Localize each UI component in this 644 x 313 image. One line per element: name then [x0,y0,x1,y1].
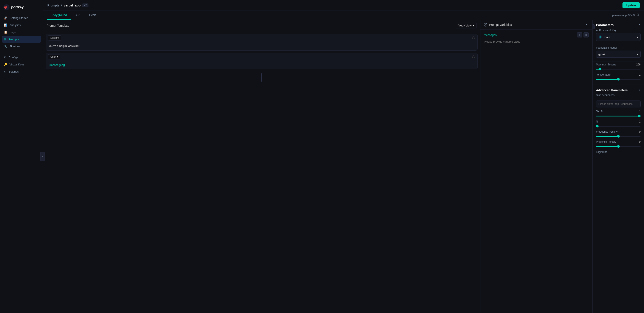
temperature-label: Temperature [596,73,610,76]
copy-icon[interactable] [637,14,640,17]
chevron-down-icon: ▾ [473,24,474,27]
sidebar-navigation: 🚀 Getting Started 📊 Analytics 📋 Logs ⊞ P… [0,15,43,75]
variables-header: Prompt Variables ∧ [480,20,592,30]
nav-label-configs: Configs [8,56,18,59]
sidebar-item-getting-started[interactable]: 🚀 Getting Started [2,15,41,21]
system-message-content: You're a helpful assistant. [46,42,478,50]
presence-penalty-label-row: Presence Penalty 0 [596,140,640,143]
key-icon: 🔑 [4,63,7,66]
sidebar-item-prompts[interactable]: ⊞ Prompts [2,36,41,42]
user-role-label: User [50,55,56,58]
nav-label-finetune: Finetune [10,45,20,48]
user-role-button[interactable]: User ▾ [48,54,60,60]
prompt-id-text: pp-vercel-app-f36a02 [611,14,636,17]
svg-point-5 [472,36,475,39]
resize-handle[interactable] [261,73,262,82]
top-p-label-row: Top P 1 [596,110,640,113]
tab-evals[interactable]: Evals [84,11,100,20]
prompt-template-body: System You're a helpful assistant. [43,31,480,313]
ai-provider-select[interactable]: main ▾ [596,33,640,41]
sidebar-collapse-btn[interactable]: ‹ [40,152,45,161]
tab-playground[interactable]: Playground [47,11,71,20]
settings-icon: ⚙ [4,70,6,73]
topbar-left: Prompts / vercel_app v2 [47,4,88,7]
version-badge: v2 [82,4,88,7]
n-section: N 1 [592,120,644,130]
svg-point-9 [600,36,601,38]
variable-text-icon-btn[interactable]: T [577,32,582,38]
frequency-penalty-section: Frequency Penalty 0 [592,130,644,140]
stop-sequences-section: Stop sequences [592,94,644,100]
max-tokens-section: Maximum Tokens 256 [592,63,644,73]
nav-label-getting-started: Getting Started [10,16,28,20]
parameters-panel-toggle[interactable]: › [592,24,595,29]
top-p-value: 1 [639,110,640,113]
stop-sequences-input[interactable] [596,100,640,108]
system-message-close[interactable] [472,36,475,40]
analytics-icon: 📊 [4,24,7,27]
frequency-penalty-slider[interactable] [596,136,640,137]
variables-collapse-button[interactable]: ∧ [584,22,589,27]
presence-penalty-slider[interactable] [596,146,640,147]
ai-provider-chevron-icon: ▾ [637,36,638,39]
system-role-button[interactable]: System [48,35,61,40]
max-tokens-slider[interactable] [596,69,640,70]
foundation-model-select[interactable]: gpt-4 ▾ [596,50,640,58]
prompt-template-panel: Prompt Template Pretty View ▾ System [43,20,480,313]
logit-bias-section: Logit Bias [592,150,644,157]
parameters-collapse-btn[interactable]: ∧ [638,23,640,26]
sidebar-item-analytics[interactable]: 📊 Analytics [2,22,41,28]
temperature-slider[interactable] [596,79,640,80]
variable-brackets-icon-btn[interactable]: {} [584,32,589,38]
prompt-id: pp-vercel-app-f36a02 [611,14,640,17]
breadcrumb-prompts-link[interactable]: Prompts [47,4,60,7]
logs-icon: 📋 [4,30,7,34]
content-area: Prompt Template Pretty View ▾ System [43,20,644,313]
top-p-slider[interactable] [596,116,640,116]
variable-icons: T {} [577,32,589,38]
pretty-view-button[interactable]: Pretty View ▾ [455,22,477,28]
finetune-icon: 🔧 [4,45,7,48]
variable-value-input[interactable] [484,39,589,44]
sidebar-item-settings[interactable]: ⚙ Settings [2,68,41,75]
foundation-model-label: Foundation Model [596,46,640,49]
foundation-model-section: Foundation Model gpt-4 ▾ [592,46,644,60]
top-p-section: Top P 1 [592,110,644,120]
nav-label-virtual-keys: Virtual Keys [10,63,24,66]
variables-title: Prompt Variables [484,23,512,26]
system-message-header: System [46,34,478,42]
prompt-template-header: Prompt Template Pretty View ▾ [43,20,480,31]
n-label: N [596,120,598,123]
svg-point-2 [5,7,6,8]
rocket-icon: 🚀 [4,16,7,20]
advanced-params-title: Advanced Parameters [596,88,628,92]
ai-provider-label: AI Provider & Key [596,29,640,32]
variable-label: messages [484,33,496,36]
variable-name-messages: messages T {} [484,32,589,38]
n-slider[interactable] [596,126,640,126]
sidebar-item-virtual-keys[interactable]: 🔑 Virtual Keys [2,61,41,68]
configs-icon: ⚙ [4,56,6,59]
user-message-content: {{messages}} [46,61,478,69]
sidebar-item-logs[interactable]: 📋 Logs [2,29,41,36]
parameters-panel: › Parameters ∧ AI Provider & Key main ▾ [592,20,644,313]
n-label-row: N 1 [596,120,640,123]
system-message-block: System You're a helpful assistant. [46,34,478,50]
user-message-close[interactable] [472,55,475,58]
advanced-params-collapse-icon[interactable]: ∧ [638,89,640,92]
update-button[interactable]: Update [622,2,640,8]
tab-api[interactable]: API [71,11,85,20]
ai-provider-section: AI Provider & Key main ▾ [592,29,644,44]
system-role-label: System [50,36,59,40]
topbar: Prompts / vercel_app v2 Update [43,0,644,11]
sidebar-item-finetune[interactable]: 🔧 Finetune [2,43,41,50]
foundation-model-value: gpt-4 [598,52,605,56]
frequency-penalty-value: 0 [639,130,640,133]
frequency-penalty-label-row: Frequency Penalty 0 [596,130,640,133]
main-content: Prompts / vercel_app v2 Update Playgroun… [43,0,644,313]
ai-provider-select-inner: main [598,35,610,39]
resize-handle-area [46,72,478,84]
sidebar: portkey 🚀 Getting Started 📊 Analytics 📋 … [0,0,43,313]
temperature-section: Temperature 1 [592,73,644,83]
sidebar-item-configs[interactable]: ⚙ Configs [2,54,41,61]
